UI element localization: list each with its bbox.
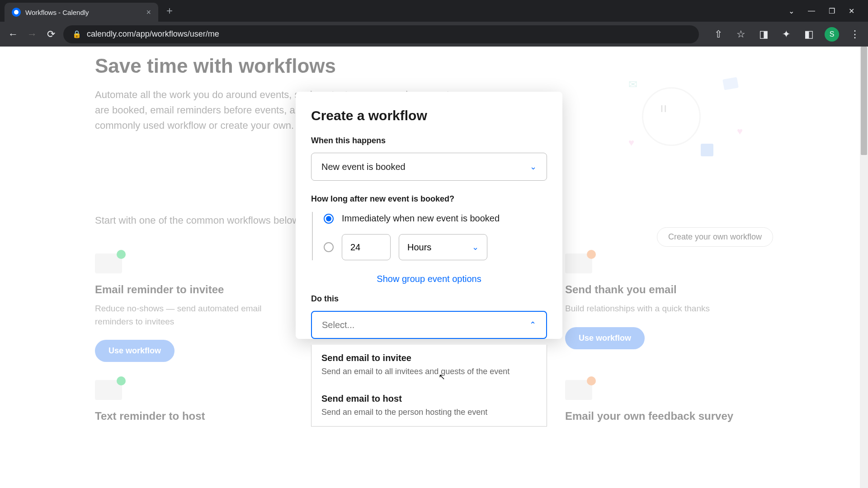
card-title: Email your own feedback survey	[565, 410, 755, 422]
workflow-card: Send thank you email Build relationships…	[565, 253, 755, 362]
radio-option-immediate[interactable]: Immediately when new event is booked	[324, 212, 547, 225]
trigger-select[interactable]: New event is booked ⌄	[311, 153, 547, 181]
extension-icon[interactable]: ◨	[757, 28, 770, 40]
face-circle-icon	[642, 87, 701, 146]
chevron-down-icon: ⌄	[472, 242, 479, 252]
window-controls: ⌄ — ❐ ✕	[788, 7, 863, 15]
dropdown-option-title: Send email to invitee	[321, 353, 537, 363]
workflow-card: Email your own feedback survey	[565, 380, 755, 429]
timing-radio-group: Immediately when new event is booked Hou…	[312, 212, 547, 260]
maximize-icon[interactable]: ❐	[829, 7, 835, 15]
chevron-down-icon[interactable]: ⌄	[788, 7, 794, 15]
trigger-label: When this happens	[311, 136, 547, 145]
close-window-icon[interactable]: ✕	[849, 7, 854, 15]
chevron-up-icon: ⌃	[529, 320, 536, 330]
workflow-card: Text reminder to host	[95, 380, 285, 429]
radio-label: Immediately when new event is booked	[342, 212, 500, 225]
dropdown-option-email-invitee[interactable]: Send email to invitee Send an email to a…	[311, 345, 547, 385]
hero-illustration: ✉ ıı ♥ ♥	[588, 56, 760, 173]
lock-icon: 🔒	[72, 30, 81, 38]
sidepanel-icon[interactable]: ◧	[802, 28, 816, 40]
delay-number-input[interactable]	[342, 234, 391, 260]
timing-label: How long after new event is booked?	[311, 194, 547, 204]
profile-avatar[interactable]: S	[825, 27, 839, 42]
minimize-icon[interactable]: —	[808, 7, 815, 15]
forward-button: →	[25, 28, 39, 40]
envelope-icon: ✉	[628, 78, 637, 91]
address-bar[interactable]: 🔒 calendly.com/app/workflows/user/me	[63, 25, 699, 43]
kebab-menu-icon[interactable]: ⋮	[848, 28, 862, 40]
tab-bar: Workflows - Calendly × + ⌄ — ❐ ✕	[0, 0, 868, 22]
share-icon[interactable]: ⇧	[712, 28, 725, 40]
star-icon[interactable]: ☆	[734, 28, 748, 40]
envelope-icon	[565, 380, 592, 400]
page-scrollbar[interactable]	[860, 47, 868, 488]
card-shape-icon	[701, 144, 713, 156]
radio-icon	[324, 214, 334, 224]
radio-icon	[324, 242, 334, 252]
use-workflow-button[interactable]: Use workflow	[565, 327, 645, 349]
dropdown-option-desc: Send an email to all invitees and guests…	[321, 366, 537, 377]
heart-icon: ♥	[628, 137, 634, 149]
dropdown-option-title: Send email to host	[321, 394, 537, 404]
back-button[interactable]: ←	[6, 28, 20, 40]
url-text: calendly.com/app/workflows/user/me	[87, 29, 219, 39]
scrollbar-thumb[interactable]	[861, 47, 867, 155]
modal-title: Create a workflow	[311, 108, 547, 123]
card-shape-icon	[722, 77, 739, 90]
card-description: Reduce no-shows — send automated email r…	[95, 302, 285, 328]
reload-button[interactable]: ⟳	[44, 28, 58, 40]
envelope-icon	[95, 380, 122, 400]
create-own-workflow-button[interactable]: Create your own workflow	[657, 227, 773, 247]
trigger-value: New event is booked	[321, 162, 406, 172]
action-placeholder: Select...	[322, 320, 354, 330]
dropdown-option-desc: Send an email to the person hosting the …	[321, 407, 537, 418]
heart-icon: ♥	[737, 126, 743, 137]
workflow-card: Email reminder to invitee Reduce no-show…	[95, 253, 285, 362]
delay-unit-select[interactable]: Hours ⌄	[399, 234, 487, 260]
extensions-puzzle-icon[interactable]: ✦	[779, 28, 793, 40]
browser-tab[interactable]: Workflows - Calendly ×	[5, 3, 158, 22]
action-label: Do this	[311, 294, 547, 304]
new-tab-button[interactable]: +	[166, 5, 173, 17]
create-workflow-modal: Create a workflow When this happens New …	[296, 92, 562, 339]
dropdown-option-email-host[interactable]: Send email to host Send an email to the …	[311, 385, 547, 426]
page-area: Save time with workflows Automate all th…	[0, 47, 868, 488]
envelope-icon	[95, 253, 122, 273]
browser-chrome: Workflows - Calendly × + ⌄ — ❐ ✕ ← → ⟳ 🔒…	[0, 0, 868, 47]
action-dropdown-panel[interactable]: Send email to invitee Send an email to a…	[311, 345, 547, 427]
close-tab-icon[interactable]: ×	[146, 8, 151, 17]
toolbar-right: ⇧ ☆ ◨ ✦ ◧ S ⋮	[712, 27, 862, 42]
card-description: Build relationships with a quick thanks	[565, 302, 755, 315]
calendly-favicon-icon	[12, 8, 21, 17]
use-workflow-button[interactable]: Use workflow	[95, 340, 175, 362]
card-title: Send thank you email	[565, 283, 755, 296]
card-title: Email reminder to invitee	[95, 283, 285, 296]
nav-bar: ← → ⟳ 🔒 calendly.com/app/workflows/user/…	[0, 22, 868, 47]
action-select[interactable]: Select... ⌃	[311, 311, 547, 339]
radio-option-delay[interactable]: Hours ⌄	[324, 234, 547, 260]
tab-title: Workflows - Calendly	[25, 9, 142, 16]
envelope-icon	[565, 253, 592, 273]
show-group-options-link[interactable]: Show group event options	[311, 274, 547, 284]
chevron-down-icon: ⌄	[530, 162, 537, 172]
delay-unit-value: Hours	[407, 242, 431, 253]
face-eyes-icon: ıı	[660, 101, 667, 115]
card-title: Text reminder to host	[95, 410, 285, 422]
